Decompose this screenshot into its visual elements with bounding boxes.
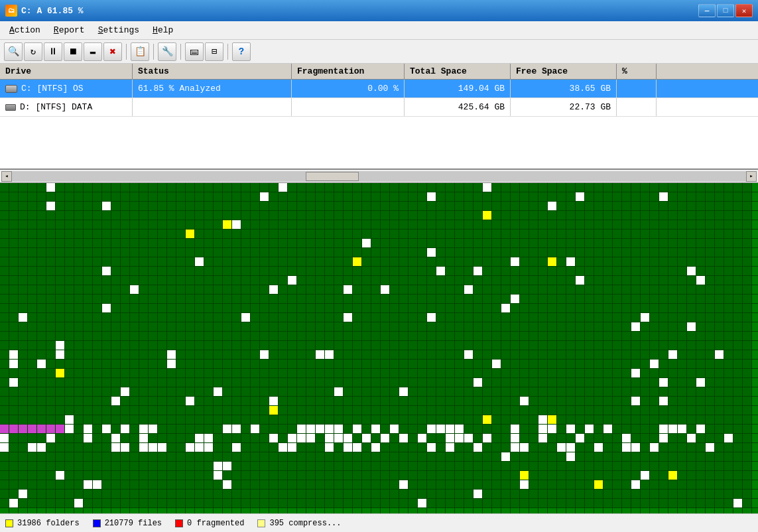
frag-canvas — [0, 183, 758, 513]
header-percent: % — [617, 64, 657, 79]
drive-list: Drive Status Fragmentation Total Space F… — [0, 64, 758, 170]
drive-row-c[interactable]: C: [NTFS] OS 61.85 % Analyzed 0.00 % 149… — [0, 80, 758, 98]
help-button[interactable]: ? — [232, 42, 251, 61]
window-title: C: A 61.85 % — [21, 6, 84, 16]
menu-help[interactable]: Help — [146, 23, 180, 38]
title-bar: 🗂 C: A 61.85 % — □ ✕ — [0, 0, 758, 21]
drive-d-total: 425.64 GB — [405, 98, 511, 116]
folders-legend-icon — [5, 519, 13, 527]
cancel-button[interactable]: ✖ — [103, 42, 122, 61]
menu-bar: Action Report Settings Help — [0, 21, 758, 40]
menu-action[interactable]: Action — [3, 23, 47, 38]
drive-d-status — [133, 98, 292, 116]
drive-c-icon — [5, 85, 17, 93]
defrag-button[interactable]: ↻ — [24, 42, 42, 61]
scroll-right-button[interactable]: ▸ — [746, 171, 757, 182]
menu-report[interactable]: Report — [47, 23, 92, 38]
header-total-space: Total Space — [405, 64, 511, 79]
compressed-legend-icon — [257, 519, 265, 527]
drive-list-header: Drive Status Fragmentation Total Space F… — [0, 64, 758, 80]
header-status: Status — [133, 64, 292, 79]
drive-row-d[interactable]: D: [NTFS] DATA 425.64 GB 22.73 GB — [0, 98, 758, 117]
header-free-space: Free Space — [511, 64, 617, 79]
drive-d-fragmentation — [292, 98, 405, 116]
compressed-label: 395 compress... — [269, 519, 341, 528]
maximize-button[interactable]: □ — [717, 4, 734, 17]
drive-d-free: 22.73 GB — [511, 98, 617, 116]
select-drive-button[interactable]: ▬ — [84, 42, 102, 61]
folders-label: 31986 folders — [17, 519, 80, 528]
header-drive: Drive — [0, 64, 133, 79]
fragmented-label: 0 fragmented — [187, 519, 244, 528]
drive-c-percent — [617, 80, 657, 98]
close-button[interactable]: ✕ — [735, 4, 753, 17]
scroll-track[interactable] — [12, 171, 746, 182]
minimize-button[interactable]: — — [698, 4, 716, 17]
drive-c-fragmentation: 0.00 % — [292, 80, 405, 98]
app-icon: 🗂 — [5, 5, 17, 17]
analyze-button[interactable]: 🔍 — [4, 42, 23, 61]
title-bar-left: 🗂 C: A 61.85 % — [5, 5, 84, 17]
pause-button[interactable]: ⏸ — [44, 42, 62, 61]
scroll-thumb[interactable] — [306, 172, 359, 181]
drive-d-percent — [617, 98, 657, 116]
defrag-drive-button[interactable]: 🖴 — [185, 42, 204, 61]
horizontal-scrollbar[interactable]: ◂ ▸ — [0, 170, 758, 183]
status-files: 210779 files — [93, 519, 162, 528]
main-container: Action Report Settings Help 🔍 ↻ ⏸ ⏹ ▬ ✖ … — [0, 21, 758, 532]
drive-c-status: 61.85 % Analyzed — [133, 80, 292, 98]
toolbar-separator-1 — [126, 44, 127, 60]
settings-button[interactable]: 🔧 — [158, 42, 176, 61]
files-legend-icon — [93, 519, 101, 527]
toolbar-separator-3 — [180, 44, 181, 60]
fragmentation-map — [0, 183, 758, 513]
files-label: 210779 files — [105, 519, 162, 528]
fragmented-legend-icon — [175, 519, 183, 527]
scroll-left-button[interactable]: ◂ — [1, 171, 12, 182]
report-button[interactable]: 📋 — [131, 42, 149, 61]
drive-c-name: C: [NTFS] OS — [0, 80, 133, 98]
stop-button[interactable]: ⏹ — [64, 42, 82, 61]
toolbar: 🔍 ↻ ⏸ ⏹ ▬ ✖ 📋 🔧 🖴 ⊟ ? — [0, 40, 758, 64]
status-folders: 31986 folders — [5, 519, 80, 528]
map-button[interactable]: ⊟ — [205, 42, 223, 61]
drive-c-total: 149.04 GB — [405, 80, 511, 98]
status-compressed: 395 compress... — [257, 519, 341, 528]
header-fragmentation: Fragmentation — [292, 64, 405, 79]
toolbar-separator-4 — [227, 44, 228, 60]
window-controls: — □ ✕ — [698, 4, 753, 17]
drive-d-icon — [5, 104, 16, 111]
toolbar-separator-2 — [153, 44, 154, 60]
status-bar: 31986 folders 210779 files 0 fragmented … — [0, 513, 758, 532]
drive-c-free: 38.65 GB — [511, 80, 617, 98]
drive-d-name: D: [NTFS] DATA — [0, 98, 133, 116]
status-fragmented: 0 fragmented — [175, 519, 244, 528]
menu-settings[interactable]: Settings — [92, 23, 146, 38]
